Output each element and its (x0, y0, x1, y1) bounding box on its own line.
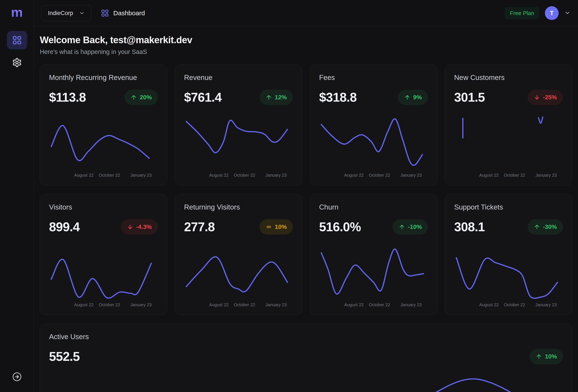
card-value: $318.8 (319, 90, 356, 105)
sparkline-chart: August 22October 22January 23 (454, 109, 563, 179)
account-menu-button[interactable] (564, 10, 571, 17)
arrow-right-circle-icon (12, 372, 22, 382)
card-value: 301.5 (454, 90, 485, 105)
card-value: 552.5 (49, 349, 80, 364)
sparkline-svg (184, 109, 293, 170)
sidebar-collapse-button[interactable] (12, 372, 22, 382)
trend-icon-wrap (534, 224, 540, 230)
trend-badge: 10% (530, 349, 563, 364)
trend-label: -4.3% (136, 223, 152, 230)
trend-flat-icon (266, 224, 272, 230)
stat-card-visitors: Visitors 899.4 -4.3% August 22October 22… (40, 194, 167, 315)
trend-badge: 12% (260, 90, 293, 105)
sparkline-svg (184, 238, 293, 299)
x-axis-labels: August 22October 22January 23 (49, 302, 158, 308)
org-name: IndieCorp (48, 10, 73, 17)
trend-icon-wrap (534, 94, 540, 101)
trend-icon-wrap (404, 94, 410, 101)
welcome-title: Welcome Back, test@makerkit.dev (40, 35, 572, 45)
topbar: IndieCorp Dashboard Free Plan T (34, 0, 578, 26)
stat-card-fees: Fees $318.8 9% August 22October 22Januar… (310, 64, 437, 185)
sparkline-svg (454, 238, 563, 299)
org-switcher-button[interactable]: IndieCorp (41, 5, 91, 21)
sparkline-svg (319, 109, 428, 170)
x-axis-label: January 23 (265, 302, 287, 307)
chevron-down-icon (79, 10, 85, 16)
card-value-row: $761.4 12% (184, 90, 293, 105)
trend-up-icon (534, 224, 540, 230)
trend-up-icon (266, 94, 272, 101)
card-value-row: 552.5 10% (49, 349, 563, 364)
app-logo: m (11, 5, 23, 19)
x-axis-label: January 23 (130, 173, 152, 178)
trend-icon-wrap (127, 224, 133, 230)
x-axis-labels: August 22October 22January 23 (184, 172, 293, 179)
x-axis-label: August 22 (479, 173, 499, 178)
trend-label: 9% (413, 94, 422, 101)
x-axis-label: October 22 (369, 302, 390, 307)
sparkline-chart: August 22October 22January 23 (184, 109, 293, 179)
trend-label: -25% (543, 94, 557, 101)
grid-icon (101, 9, 109, 17)
x-axis-label: January 23 (130, 302, 152, 307)
card-title: Churn (319, 203, 428, 212)
trend-label: -30% (543, 223, 557, 230)
sparkline-svg (49, 238, 158, 299)
stat-card-support-tickets: Support Tickets 308.1 -30% August 22Octo… (445, 194, 572, 315)
card-title: Monthly Recurring Revenue (49, 73, 158, 82)
x-axis-label: August 22 (479, 302, 499, 307)
sidebar-item-settings[interactable] (7, 53, 27, 72)
trend-icon-wrap (266, 224, 272, 230)
card-value-row: 899.4 -4.3% (49, 219, 158, 235)
avatar[interactable]: T (545, 6, 559, 20)
card-value-row: 516.0% -10% (319, 219, 428, 235)
x-axis-label: January 23 (400, 302, 422, 307)
sparkline-chart (49, 368, 563, 392)
trend-badge: -25% (528, 90, 563, 105)
trend-icon-wrap (131, 94, 137, 101)
card-value: 308.1 (454, 220, 485, 234)
card-title: Revenue (184, 73, 293, 82)
x-axis-labels: August 22October 22January 23 (454, 172, 563, 179)
trend-icon-wrap (399, 224, 405, 230)
sidebar-item-dashboard[interactable] (7, 31, 27, 49)
nav-dashboard[interactable]: Dashboard (101, 9, 145, 17)
grid-icon (12, 35, 22, 45)
stat-card-revenue: Revenue $761.4 12% August 22October 22Ja… (175, 64, 302, 185)
x-axis-labels: August 22October 22January 23 (454, 302, 563, 308)
trend-label: 12% (275, 94, 287, 101)
stat-card-new-customers: New Customers 301.5 -25% August 22Octobe… (445, 64, 572, 185)
card-title: Active Users (49, 333, 563, 341)
card-value: $761.4 (184, 90, 222, 105)
trend-badge: 10% (260, 219, 293, 235)
trend-up-icon (404, 94, 410, 101)
x-axis-label: January 23 (535, 302, 557, 307)
sparkline-chart: August 22October 22January 23 (319, 109, 428, 179)
card-title: Returning Visitors (184, 203, 293, 212)
card-value-row: 308.1 -30% (454, 219, 563, 235)
trend-badge: -10% (393, 219, 428, 235)
trend-up-icon (399, 224, 405, 230)
welcome-subtitle: Here's what is happening in your SaaS (40, 48, 572, 55)
card-title: Fees (319, 73, 428, 82)
card-title: Visitors (49, 203, 158, 212)
trend-up-icon (536, 353, 542, 360)
sparkline-svg (49, 368, 563, 392)
stat-card-monthly-recurring-revenue: Monthly Recurring Revenue $113.8 20% Aug… (40, 64, 167, 185)
x-axis-label: January 23 (400, 173, 422, 178)
x-axis-label: August 22 (344, 302, 364, 307)
x-axis-label: October 22 (234, 302, 255, 307)
x-axis-label: October 22 (504, 173, 525, 178)
sparkline-chart: August 22October 22January 23 (184, 238, 293, 308)
trend-badge: 20% (125, 90, 158, 105)
main-content: Welcome Back, test@makerkit.dev Here's w… (34, 26, 578, 392)
trend-up-icon (131, 94, 137, 101)
stat-card-returning-visitors: Returning Visitors 277.8 10% August 22Oc… (175, 194, 302, 315)
x-axis-labels: August 22October 22January 23 (49, 172, 158, 179)
sparkline-chart: August 22October 22January 23 (49, 238, 158, 308)
card-value: 899.4 (49, 220, 80, 234)
x-axis-labels: August 22October 22January 23 (319, 172, 428, 179)
card-value: 516.0% (319, 220, 361, 234)
trend-badge: -4.3% (121, 219, 158, 235)
plan-badge[interactable]: Free Plan (505, 7, 539, 19)
